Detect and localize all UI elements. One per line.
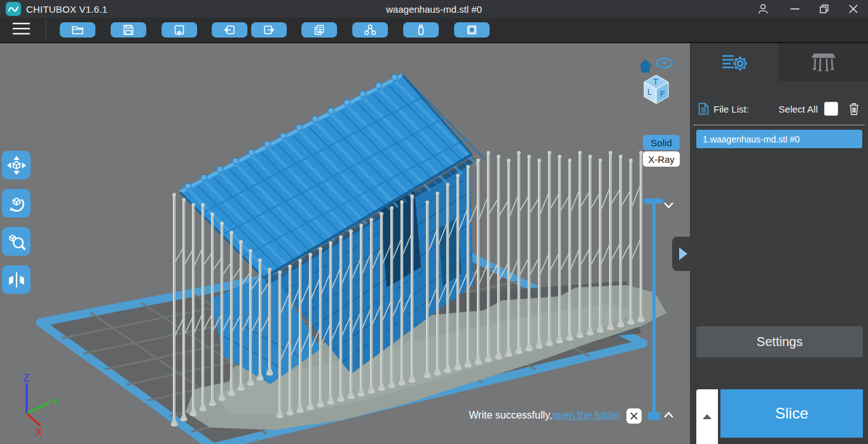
zoom-slider-handle[interactable] — [644, 198, 663, 204]
view-nav-cluster[interactable]: T L F — [636, 55, 677, 106]
open-folder-button[interactable] — [60, 22, 95, 38]
export-model-button[interactable] — [251, 22, 287, 38]
file-item-name: 1.waagenhaus-md.stl #0 — [703, 134, 800, 144]
rotate-icon — [7, 194, 26, 213]
select-all-label: Select All — [778, 104, 818, 114]
trash-icon — [848, 102, 860, 116]
titlebar: CHITUBOX V1.6.1 waagenhaus-md.stl #0 — [0, 0, 868, 18]
tab-file-settings[interactable] — [690, 43, 779, 81]
capture-frame-button[interactable] — [162, 22, 197, 38]
hollow-icon — [364, 24, 376, 36]
axis-z-label: Z — [23, 372, 29, 384]
slice-options-button[interactable] — [696, 389, 718, 444]
scale-tool-button[interactable] — [2, 227, 31, 256]
import-model-icon — [223, 24, 236, 36]
rotate-tool-button[interactable] — [2, 189, 31, 218]
save-button[interactable] — [111, 22, 146, 38]
mirror-icon — [7, 270, 26, 289]
view-cube-left-label: L — [647, 87, 652, 97]
status-close-button[interactable] — [626, 408, 642, 424]
right-panel: File List: Select All 1.waagenhaus-md.st… — [690, 43, 868, 444]
status-text: Write successfully, — [469, 410, 552, 420]
copy-model-button[interactable] — [301, 22, 337, 38]
xray-mode-button[interactable]: X-Ray — [643, 151, 680, 167]
home-view-icon[interactable] — [638, 59, 652, 73]
capture-frame-icon — [173, 24, 186, 36]
move-icon — [7, 156, 26, 175]
panel-tabs — [690, 43, 868, 81]
view-cube[interactable]: T L F — [644, 75, 668, 104]
close-button[interactable] — [839, 0, 868, 18]
zoom-slider-track[interactable] — [652, 201, 656, 419]
screenshot-icon — [465, 24, 478, 36]
file-document-icon — [698, 102, 709, 115]
chevron-up-icon[interactable] — [663, 410, 675, 420]
toolbar — [0, 18, 868, 43]
toolbar-divider — [45, 20, 46, 39]
import-model-button[interactable] — [212, 22, 247, 38]
viewport-3d[interactable]: Z Y X — [0, 43, 690, 444]
settings-button[interactable]: Settings — [696, 326, 863, 357]
triangle-up-icon — [703, 414, 712, 419]
slice-button[interactable]: Slice — [720, 389, 863, 438]
export-model-icon — [263, 24, 275, 36]
open-folder-link[interactable]: open the folder — [552, 410, 620, 420]
minimize-button[interactable] — [780, 0, 809, 18]
hamburger-menu-icon[interactable] — [13, 22, 30, 38]
dig-hole-button[interactable] — [403, 22, 439, 38]
render-mode-toggle: Solid X-Ray — [643, 135, 680, 167]
status-message: Write successfully,open the folder — [391, 410, 620, 421]
screenshot-button[interactable] — [454, 22, 490, 38]
solid-mode-button[interactable]: Solid — [643, 135, 680, 150]
user-account-icon[interactable] — [748, 0, 778, 18]
view-cube-top-label: T — [653, 77, 658, 87]
axis-x-label: X — [35, 426, 42, 438]
file-list-item[interactable]: 1.waagenhaus-md.stl #0 — [696, 130, 862, 148]
delete-files-button[interactable] — [848, 102, 860, 116]
axis-y-label: Y — [52, 396, 59, 408]
restore-window-button[interactable] — [809, 0, 839, 18]
move-tool-button[interactable] — [2, 151, 31, 179]
chitubox-logo-icon — [6, 2, 21, 16]
open-folder-icon — [71, 24, 84, 36]
scale-icon — [7, 232, 26, 251]
play-right-icon — [679, 247, 687, 260]
mirror-tool-button[interactable] — [2, 265, 31, 294]
hollow-button[interactable] — [352, 22, 388, 38]
view-cube-front-label: F — [660, 89, 665, 99]
close-icon — [630, 412, 638, 420]
panel-collapse-handle[interactable] — [672, 237, 690, 271]
file-list-label: File List: — [713, 104, 749, 114]
save-icon — [122, 24, 135, 36]
zoom-slider-foot — [648, 412, 660, 420]
select-all-checkbox[interactable] — [824, 102, 838, 116]
viewport-3d-scene[interactable]: Z Y X — [0, 43, 690, 444]
support-settings-icon — [809, 48, 838, 76]
panel-separator — [693, 125, 865, 125]
tab-support-settings[interactable] — [779, 43, 868, 81]
file-settings-icon — [720, 48, 749, 76]
chevron-down-icon[interactable] — [663, 200, 675, 210]
copy-model-icon — [313, 24, 326, 36]
eye-visibility-icon[interactable] — [657, 59, 672, 68]
file-list-header: File List: Select All — [698, 102, 860, 116]
app-title: CHITUBOX V1.6.1 — [26, 4, 107, 15]
dig-hole-icon — [415, 24, 427, 36]
document-title: waagenhaus-md.stl #0 — [0, 4, 868, 15]
